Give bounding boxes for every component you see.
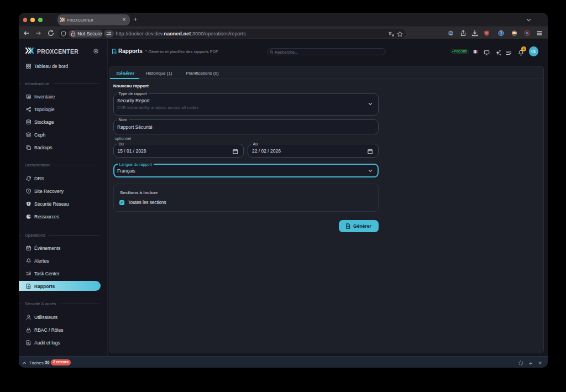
svg-text:1: 1 — [500, 31, 502, 35]
